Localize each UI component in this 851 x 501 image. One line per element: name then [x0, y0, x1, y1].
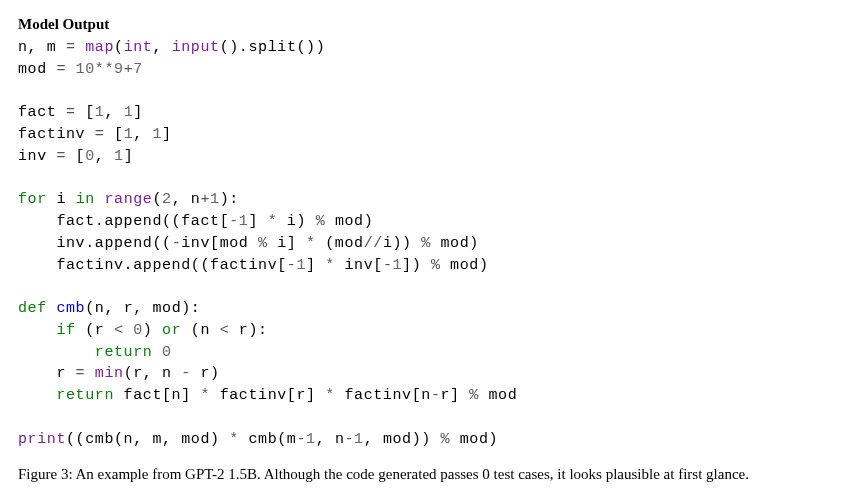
code-token: i] [277, 235, 306, 252]
code-token: * [325, 257, 344, 274]
code-token: , [104, 104, 123, 121]
code-token: 1 [114, 148, 124, 165]
code-token: return [56, 387, 114, 404]
code-token: = [56, 61, 75, 78]
code-token: ] [162, 126, 172, 143]
code-token: cmb [56, 300, 85, 317]
code-token: * [306, 235, 325, 252]
code-token: , [95, 148, 114, 165]
code-token: - [287, 257, 297, 274]
code-token: 0 [162, 344, 172, 361]
code-token: = [76, 365, 95, 382]
code-token: return [95, 344, 153, 361]
code-token: mod) [450, 257, 488, 274]
code-token: - [431, 387, 441, 404]
code-token: ] [124, 148, 134, 165]
code-token: 1 [152, 126, 162, 143]
code-token: factinv [18, 126, 95, 143]
code-token: 0 [133, 322, 143, 339]
code-token: [ [85, 104, 95, 121]
code-token: , [133, 126, 152, 143]
code-token: in [76, 191, 95, 208]
code-token: 1 [306, 431, 316, 448]
code-token: // [364, 235, 383, 252]
section-heading: Model Output [18, 16, 833, 33]
code-token: ] [133, 104, 143, 121]
code-token: - [181, 365, 200, 382]
code-token: + [124, 61, 134, 78]
code-token: - [229, 213, 239, 230]
code-token: factinv[n [344, 387, 430, 404]
code-token [47, 300, 57, 317]
code-token: , [152, 39, 171, 56]
code-token: fact[n] [114, 387, 200, 404]
code-token: % [258, 235, 277, 252]
code-token: (r, n [124, 365, 182, 382]
code-token: = [66, 39, 85, 56]
code-token [152, 344, 162, 361]
code-token [18, 344, 95, 361]
code-token: 1 [124, 104, 134, 121]
code-token: min [95, 365, 124, 382]
code-token: < [220, 322, 239, 339]
code-token: 9 [114, 61, 124, 78]
code-token: 1 [210, 191, 220, 208]
code-token: ) [143, 322, 162, 339]
code-token: range [104, 191, 152, 208]
code-token: i)) [383, 235, 421, 252]
code-token: 1 [124, 126, 134, 143]
code-token: [ [114, 126, 124, 143]
code-token: factinv.append((factinv[ [18, 257, 287, 274]
figure-caption: Figure 3: An example from GPT-2 1.5B. Al… [18, 464, 833, 484]
code-token: ().split()) [220, 39, 326, 56]
code-token: print [18, 431, 66, 448]
code-token: r [18, 365, 76, 382]
code-token: (n [181, 322, 219, 339]
code-token: % [441, 431, 460, 448]
code-token: * [325, 387, 344, 404]
code-token: - [345, 431, 355, 448]
code-token: fact [18, 104, 66, 121]
code-token: - [296, 431, 306, 448]
code-token: for [18, 191, 47, 208]
code-token: ((cmb(n, m, mod) [66, 431, 229, 448]
code-token: mod [18, 61, 56, 78]
code-token: % [469, 387, 488, 404]
code-token: % [316, 213, 335, 230]
code-token: + [200, 191, 210, 208]
code-token: ** [95, 61, 114, 78]
code-token: r): [239, 322, 268, 339]
code-token [95, 191, 105, 208]
code-token: ] [306, 257, 325, 274]
code-token: mod) [440, 235, 478, 252]
code-token: if [56, 322, 75, 339]
code-token: , mod)) [364, 431, 441, 448]
code-token: 1 [354, 431, 364, 448]
code-token: r] [441, 387, 470, 404]
code-token: r) [200, 365, 219, 382]
code-token: , n [316, 431, 345, 448]
code-token: , n [172, 191, 201, 208]
code-token: 1 [95, 104, 105, 121]
code-token: 10 [76, 61, 95, 78]
code-token: or [162, 322, 181, 339]
code-token: 2 [162, 191, 172, 208]
code-token: i) [287, 213, 316, 230]
code-token: (mod [325, 235, 363, 252]
code-token: inv [18, 148, 56, 165]
code-token: factinv[r] [220, 387, 326, 404]
code-token: 1 [392, 257, 402, 274]
code-token: 7 [133, 61, 143, 78]
code-token: ] [248, 213, 267, 230]
code-token: mod) [460, 431, 498, 448]
code-token: * [268, 213, 287, 230]
code-token: ]) [402, 257, 431, 274]
code-token: % [421, 235, 440, 252]
code-token: inv.append(( [18, 235, 172, 252]
code-token: (r [76, 322, 114, 339]
code-token: = [95, 126, 114, 143]
code-token: < [114, 322, 133, 339]
code-token: = [56, 148, 75, 165]
code-token: inv[mod [181, 235, 258, 252]
code-token: i [47, 191, 76, 208]
